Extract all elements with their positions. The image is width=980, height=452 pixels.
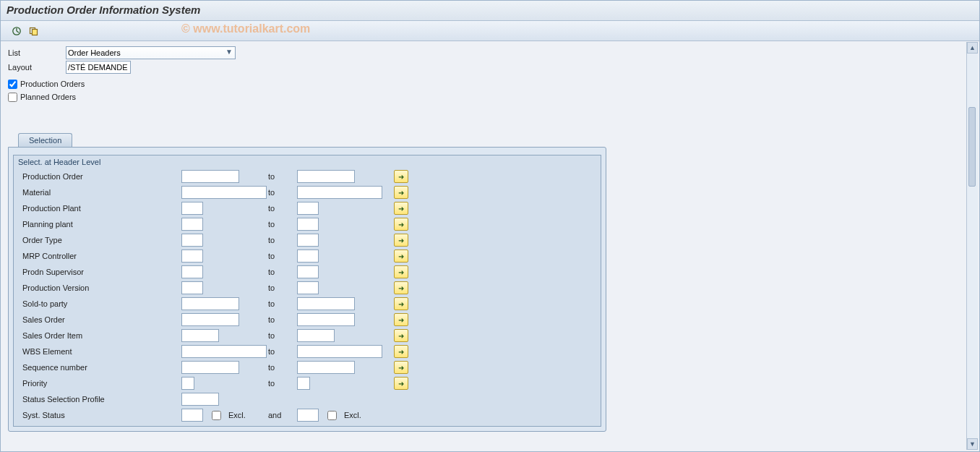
multi-select-button[interactable]: ➜ (394, 361, 408, 374)
prod-orders-row: Production Orders (8, 77, 972, 90)
multi-select-button[interactable]: ➜ (394, 313, 408, 326)
multi-select-button[interactable]: ➜ (394, 281, 408, 294)
row-material: Material to ➜ (14, 184, 601, 200)
sold-to-from[interactable] (181, 297, 239, 310)
syst-status-1[interactable] (181, 409, 203, 422)
arrow-right-icon: ➜ (398, 284, 404, 292)
prod-ver-to[interactable] (297, 281, 319, 294)
group-title: Select. at Header Level (14, 155, 601, 169)
order-type-from[interactable] (181, 234, 203, 247)
sales-item-from[interactable] (181, 329, 219, 342)
mrp-to[interactable] (297, 250, 319, 263)
multi-select-button[interactable]: ➜ (394, 234, 408, 247)
plan-plant-from[interactable] (181, 218, 203, 231)
mrp-from[interactable] (181, 250, 203, 263)
sales-order-to[interactable] (297, 313, 355, 326)
prod-plant-to[interactable] (297, 202, 319, 215)
row-sales-item: Sales Order Item to ➜ (14, 328, 601, 344)
svg-line-2 (17, 31, 19, 33)
watermark-text: © www.tutorialkart.com (181, 22, 310, 35)
arrow-right-icon: ➜ (398, 236, 404, 244)
seq-no-to[interactable] (297, 361, 355, 374)
planned-orders-row: Planned Orders (8, 90, 972, 103)
prod-order-from[interactable] (181, 170, 239, 183)
row-wbs: WBS Element to ➜ (14, 344, 601, 359)
sap-window: Production Order Information System © ww… (0, 0, 980, 452)
scroll-thumb[interactable] (968, 107, 976, 187)
prodn-sup-to[interactable] (297, 265, 319, 278)
wbs-from[interactable] (181, 345, 267, 358)
get-variant-icon[interactable] (28, 25, 40, 37)
svg-rect-4 (33, 29, 38, 35)
row-plan-plant: Planning plant to ➜ (14, 216, 601, 232)
app-toolbar: © www.tutorialkart.com (1, 21, 979, 41)
arrow-right-icon: ➜ (398, 332, 404, 340)
scroll-up-icon[interactable]: ▲ (967, 42, 978, 54)
arrow-right-icon: ➜ (398, 173, 404, 181)
multi-select-button[interactable]: ➜ (394, 218, 408, 231)
list-row: List Order Headers ▼ (8, 46, 972, 60)
multi-select-button[interactable]: ➜ (394, 170, 408, 183)
multi-select-button[interactable]: ➜ (394, 377, 408, 390)
syst-status-2[interactable] (297, 409, 319, 422)
vertical-scrollbar[interactable]: ▲ ▼ (966, 42, 978, 450)
scroll-down-icon[interactable]: ▼ (967, 438, 978, 450)
multi-select-button[interactable]: ➜ (394, 345, 408, 358)
row-prodn-supervisor: Prodn Supervisor to ➜ (14, 264, 601, 280)
selection-panel: Select. at Header Level Production Order… (8, 147, 606, 432)
priority-from[interactable] (181, 377, 194, 390)
sold-to-to[interactable] (297, 297, 355, 310)
multi-select-button[interactable]: ➜ (394, 265, 408, 278)
planned-orders-label: Planned Orders (20, 93, 76, 101)
prod-ver-from[interactable] (181, 281, 203, 294)
multi-select-button[interactable]: ➜ (394, 250, 408, 263)
list-select[interactable]: Order Headers (66, 46, 236, 59)
row-prod-version: Production Version to ➜ (14, 280, 601, 296)
arrow-right-icon: ➜ (398, 300, 404, 308)
order-type-to[interactable] (297, 234, 319, 247)
arrow-right-icon: ➜ (398, 316, 404, 324)
material-from[interactable] (181, 186, 267, 199)
plan-plant-to[interactable] (297, 218, 319, 231)
arrow-right-icon: ➜ (398, 364, 404, 372)
arrow-right-icon: ➜ (398, 189, 404, 197)
syst-status-excl-1[interactable] (212, 411, 221, 420)
header-level-group: Select. at Header Level Production Order… (13, 155, 601, 427)
content-area: List Order Headers ▼ Layout Production O… (1, 41, 979, 432)
syst-status-excl-2[interactable] (327, 411, 337, 420)
layout-input[interactable] (66, 61, 131, 74)
material-to[interactable] (297, 186, 382, 199)
sales-order-from[interactable] (181, 313, 239, 326)
row-syst-status: Syst. Status Excl. and Excl. (14, 407, 601, 423)
production-orders-checkbox[interactable] (8, 80, 17, 89)
multi-select-button[interactable]: ➜ (394, 329, 408, 342)
production-orders-label: Production Orders (20, 80, 85, 88)
multi-select-button[interactable]: ➜ (394, 297, 408, 310)
planned-orders-checkbox[interactable] (8, 93, 17, 102)
title-bar: Production Order Information System (1, 1, 979, 21)
row-production-order: Production Order to ➜ (14, 169, 601, 184)
status-profile-input[interactable] (181, 393, 219, 406)
arrow-right-icon: ➜ (398, 380, 404, 388)
prod-plant-from[interactable] (181, 202, 203, 215)
arrow-right-icon: ➜ (398, 221, 404, 229)
row-mrp-controller: MRP Controller to ➜ (14, 248, 601, 264)
seq-no-from[interactable] (181, 361, 239, 374)
arrow-right-icon: ➜ (398, 252, 404, 260)
priority-to[interactable] (297, 377, 310, 390)
execute-icon[interactable] (11, 25, 22, 37)
sales-item-to[interactable] (297, 329, 335, 342)
arrow-right-icon: ➜ (398, 205, 404, 213)
multi-select-button[interactable]: ➜ (394, 202, 408, 215)
wbs-to[interactable] (297, 345, 382, 358)
prod-order-to[interactable] (297, 170, 355, 183)
prodn-sup-from[interactable] (181, 265, 203, 278)
multi-select-button[interactable]: ➜ (394, 186, 408, 199)
page-title: Production Order Information System (7, 4, 200, 16)
row-sold-to: Sold-to party to ➜ (14, 296, 601, 312)
row-status-profile: Status Selection Profile (14, 391, 601, 407)
row-priority: Priority to ➜ (14, 375, 601, 391)
tabstrip: Selection (8, 131, 972, 147)
row-sales-order: Sales Order to ➜ (14, 312, 601, 328)
tab-selection[interactable]: Selection (18, 133, 72, 147)
